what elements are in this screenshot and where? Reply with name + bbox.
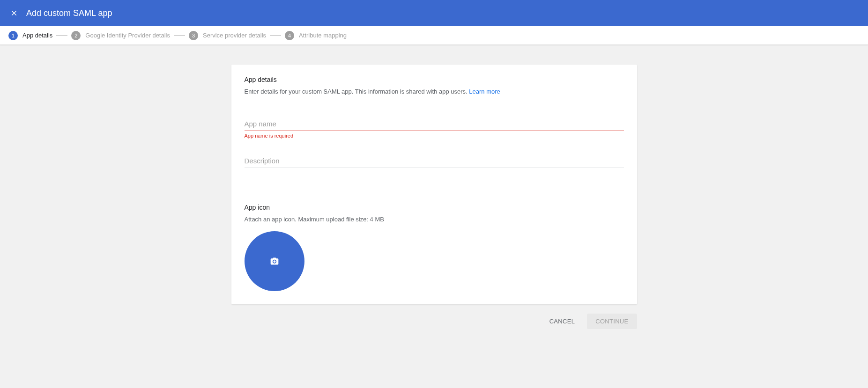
cancel-button[interactable]: CANCEL <box>541 314 584 329</box>
step-circle: 4 <box>285 31 294 40</box>
content-area: App details Enter details for your custo… <box>0 45 868 338</box>
learn-more-link[interactable]: Learn more <box>469 88 500 95</box>
step-label: Service provider details <box>203 32 266 39</box>
section-desc-icon: Attach an app icon. Maximum upload file … <box>245 216 624 223</box>
step-separator <box>270 35 281 36</box>
step-circle: 1 <box>8 31 18 40</box>
step-label: Google Identity Provider details <box>85 32 170 39</box>
step-attribute-mapping[interactable]: 4 Attribute mapping <box>285 31 347 40</box>
step-app-details[interactable]: 1 App details <box>8 31 52 40</box>
description-group <box>245 154 624 168</box>
step-label: App details <box>22 32 52 39</box>
section-desc-details: Enter details for your custom SAML app. … <box>245 88 624 95</box>
description-input[interactable] <box>245 154 624 168</box>
section-desc-text: Enter details for your custom SAML app. … <box>245 88 469 95</box>
step-separator <box>174 35 185 36</box>
step-idp-details[interactable]: 2 Google Identity Provider details <box>71 31 170 40</box>
dialog-header: Add custom SAML app <box>0 0 868 26</box>
app-name-input[interactable] <box>245 117 624 131</box>
camera-icon <box>269 256 280 266</box>
close-button[interactable] <box>8 7 20 19</box>
close-icon <box>10 9 18 17</box>
footer-actions: CANCEL CONTINUE <box>231 304 637 338</box>
step-circle: 2 <box>71 31 81 40</box>
step-sp-details[interactable]: 3 Service provider details <box>189 31 266 40</box>
step-label: Attribute mapping <box>299 32 347 39</box>
icon-upload-button[interactable] <box>245 231 304 291</box>
section-title-details: App details <box>245 76 624 83</box>
step-circle: 3 <box>189 31 198 40</box>
app-name-error: App name is required <box>245 133 624 139</box>
section-title-icon: App icon <box>245 204 624 211</box>
continue-button[interactable]: CONTINUE <box>587 314 637 329</box>
step-separator <box>56 35 67 36</box>
app-details-card: App details Enter details for your custo… <box>231 65 637 304</box>
app-name-group: App name is required <box>245 117 624 139</box>
dialog-title: Add custom SAML app <box>26 8 112 18</box>
stepper: 1 App details 2 Google Identity Provider… <box>0 26 868 45</box>
